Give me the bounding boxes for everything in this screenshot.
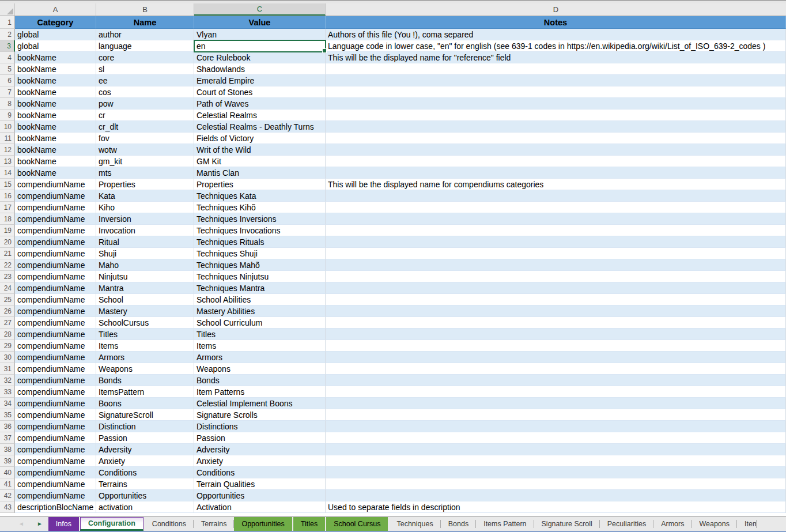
cell-value[interactable]: School Curriculum (194, 317, 326, 329)
cell-notes[interactable] (326, 121, 786, 133)
cell-category[interactable]: global (15, 40, 96, 52)
sheet-tab-items-pattern[interactable]: Items Pattern (476, 517, 534, 531)
cell-value[interactable]: Bonds (194, 375, 326, 386)
cell-category[interactable]: compendiumName (15, 329, 96, 340)
cell-name[interactable]: Kata (96, 190, 194, 202)
cell-name[interactable]: Terrains (96, 478, 194, 490)
cell-notes[interactable] (326, 421, 786, 432)
cell-name[interactable]: language (96, 40, 194, 52)
cell-category[interactable]: compendiumName (15, 259, 96, 271)
column-header-c[interactable]: C (194, 3, 326, 16)
sheet-tab-opportunities[interactable]: Opportunities (234, 517, 292, 531)
row-number[interactable]: 17 (0, 202, 15, 213)
cell-category[interactable]: compendiumName (15, 202, 96, 213)
cell-name[interactable]: cos (96, 86, 194, 98)
cell-notes[interactable] (326, 444, 786, 455)
row-number[interactable]: 32 (0, 375, 15, 386)
cell-name[interactable]: Weapons (96, 363, 194, 375)
cell-name[interactable]: ee (96, 75, 194, 86)
row-number[interactable]: 37 (0, 432, 15, 444)
cell-category[interactable]: bookName (15, 156, 96, 167)
column-title-category[interactable]: Category (15, 16, 96, 29)
select-all-button[interactable] (0, 3, 15, 16)
cell-name[interactable]: Properties (96, 179, 194, 190)
cell-category[interactable]: bookName (15, 167, 96, 179)
cell-category[interactable]: bookName (15, 98, 96, 110)
cell-value[interactable]: Vlyan (194, 29, 326, 40)
cell-notes[interactable]: Language code in lower case, "en" for en… (326, 40, 786, 52)
sheet-tab-bonds[interactable]: Bonds (441, 517, 476, 531)
cell-category[interactable]: compendiumName (15, 432, 96, 444)
row-number[interactable]: 33 (0, 386, 15, 398)
cell-category[interactable]: bookName (15, 63, 96, 75)
row-number[interactable]: 39 (0, 455, 15, 467)
cell-name[interactable]: SignatureScroll (96, 409, 194, 421)
cell-notes[interactable] (326, 409, 786, 421)
cell-value[interactable]: Anxiety (194, 455, 326, 467)
cell-notes[interactable] (326, 455, 786, 467)
row-number[interactable]: 7 (0, 86, 15, 98)
cell-category[interactable]: compendiumName (15, 305, 96, 317)
sheet-tab-conditions[interactable]: Conditions (145, 517, 194, 531)
cell-category[interactable]: compendiumName (15, 478, 96, 490)
row-number[interactable]: 11 (0, 133, 15, 144)
row-number[interactable]: 27 (0, 317, 15, 329)
cell-notes[interactable] (326, 432, 786, 444)
cell-notes[interactable] (326, 467, 786, 478)
cell-value[interactable]: Terrain Qualities (194, 478, 326, 490)
cell-name[interactable]: Mastery (96, 305, 194, 317)
sheet-tab-techniques[interactable]: Techniques (389, 517, 440, 531)
sheet-tab-peculiarities[interactable]: Peculiarities (600, 517, 653, 531)
row-number[interactable]: 15 (0, 179, 15, 190)
cell-category[interactable]: compendiumName (15, 271, 96, 282)
cell-value[interactable]: Items (194, 340, 326, 352)
cell-notes[interactable] (326, 282, 786, 294)
row-number[interactable]: 4 (0, 52, 15, 63)
cell-name[interactable]: Ritual (96, 236, 194, 248)
cell-notes[interactable]: Authors of this file (You !), coma separ… (326, 29, 786, 40)
row-number[interactable]: 2 (0, 29, 15, 40)
cell-notes[interactable] (326, 375, 786, 386)
cell-notes[interactable] (326, 202, 786, 213)
cell-value[interactable]: Conditions (194, 467, 326, 478)
cell-notes[interactable] (326, 98, 786, 110)
cell-value[interactable]: Armors (194, 352, 326, 363)
row-number[interactable]: 9 (0, 110, 15, 121)
cell-category[interactable]: compendiumName (15, 444, 96, 455)
cell-value[interactable]: Techniques Inversions (194, 213, 326, 225)
cell-notes[interactable] (326, 144, 786, 156)
row-number[interactable]: 14 (0, 167, 15, 179)
row-number[interactable]: 19 (0, 225, 15, 236)
cell-value[interactable]: Emerald Empire (194, 75, 326, 86)
cell-value[interactable]: Court of Stones (194, 86, 326, 98)
sheet-tab-infos[interactable]: Infos (48, 517, 79, 531)
cell-notes[interactable] (326, 329, 786, 340)
row-number[interactable]: 42 (0, 490, 15, 501)
cell-value[interactable]: Techniques Kihõ (194, 202, 326, 213)
cell-notes[interactable] (326, 248, 786, 259)
cell-value[interactable]: Techniques Kata (194, 190, 326, 202)
sheet-tab-titles[interactable]: Titles (293, 517, 325, 531)
cell-category[interactable]: compendiumName (15, 282, 96, 294)
cell-value[interactable]: Techniques Mahõ (194, 259, 326, 271)
row-number[interactable]: 34 (0, 398, 15, 409)
cell-name[interactable]: Inversion (96, 213, 194, 225)
cell-value[interactable]: Path of Waves (194, 98, 326, 110)
cell-notes[interactable] (326, 63, 786, 75)
cell-name[interactable]: Passion (96, 432, 194, 444)
cell-notes[interactable] (326, 271, 786, 282)
cell-category[interactable]: global (15, 29, 96, 40)
cell-notes[interactable] (326, 340, 786, 352)
cell-value[interactable]: Mastery Abilities (194, 305, 326, 317)
cell-notes[interactable] (326, 167, 786, 179)
cell-name[interactable]: Ninjutsu (96, 271, 194, 282)
cell-notes[interactable] (326, 190, 786, 202)
cell-value[interactable]: Celestial Implement Boons (194, 398, 326, 409)
cell-name[interactable]: Items (96, 340, 194, 352)
row-number[interactable]: 24 (0, 282, 15, 294)
cell-name[interactable]: core (96, 52, 194, 63)
row-number[interactable]: 23 (0, 271, 15, 282)
row-number[interactable]: 12 (0, 144, 15, 156)
cell-name[interactable]: pow (96, 98, 194, 110)
cell-name[interactable]: Adversity (96, 444, 194, 455)
